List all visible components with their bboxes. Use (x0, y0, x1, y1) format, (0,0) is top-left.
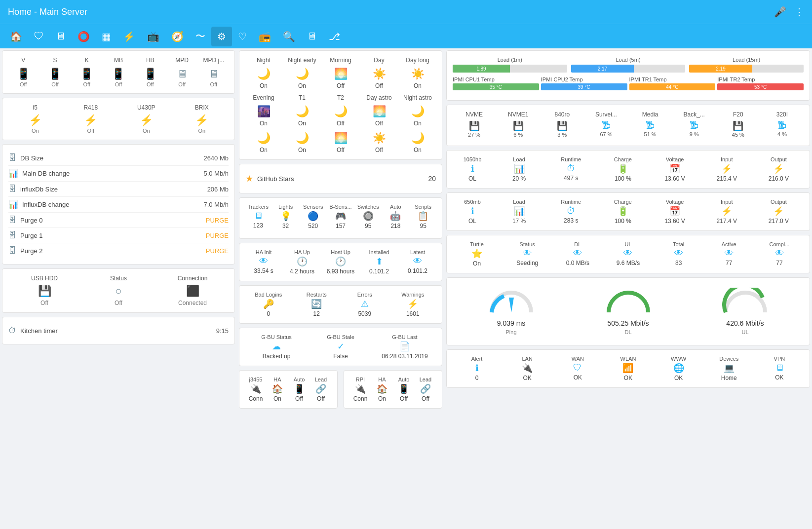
dev-mpd[interactable]: 🖥Off (167, 68, 196, 87)
gbu-card: G-BU Status ☁ Backed up G-BU Stale ✓ Fal… (239, 328, 442, 366)
ups1-output-col: Output ⚡ 216.0 V (754, 156, 804, 182)
ups2-charge-col: Charge 🔋 100 % (598, 199, 648, 225)
nav-home[interactable]: 🏠 (4, 27, 28, 46)
sched-day-astro: Day astro (361, 94, 397, 103)
sched-evening-state: On (260, 120, 268, 127)
bad-logins-val: 0 (267, 310, 270, 317)
sched-day-icon-row[interactable]: ☀️Off (361, 68, 397, 89)
j3455-name: j3455 (249, 377, 263, 382)
ha-up-col: HA Up 🕐 4.2 hours (284, 249, 320, 275)
nav-desktop[interactable]: 🖥 (301, 27, 323, 46)
sched-day-astro-icon: 🌅 (373, 105, 386, 118)
ups2-charge-val: 100 % (615, 218, 631, 225)
srv-u430p[interactable]: U430P ⚡ On (119, 104, 173, 134)
usb-hdd-label: Off (8, 300, 80, 306)
gbu-stale-col: G-BU Stale ✓ False (309, 334, 372, 360)
nav-display[interactable]: 🖥 (50, 27, 72, 46)
rpi-name: RPI (356, 377, 365, 382)
ups1-load-pct: 20 % (512, 175, 526, 182)
srv-brix[interactable]: BRIX ⚡ On (175, 104, 229, 134)
gbu-status-label: G-BU Status (261, 334, 292, 340)
j3455-auto-col: Auto 📱 Off (289, 377, 309, 402)
dev-header-s: S (40, 57, 70, 64)
restarts-icon: 🔄 (311, 299, 322, 309)
sched-morning-icon-row[interactable]: 🌅Off (322, 68, 359, 89)
dev-hb[interactable]: 📱Off (135, 68, 165, 87)
sched-night-icon-row[interactable]: 🌙On (245, 68, 282, 89)
nav-bolt[interactable]: ⚡ (117, 27, 141, 46)
load-15m-track: 2.19 (689, 65, 804, 73)
sched-morning[interactable]: Morning (322, 57, 359, 66)
srv-i5[interactable]: i5 ⚡ On (8, 104, 62, 134)
nvme-pct: 27 % (468, 132, 480, 138)
nav-radio[interactable]: 📻 (253, 27, 277, 46)
nav-gear[interactable]: ⚙ (211, 27, 232, 46)
purge0-button[interactable]: PURGE (206, 217, 229, 224)
sched-night-early-icon-row[interactable]: 🌙On (284, 68, 320, 89)
sched-day[interactable]: Day (361, 57, 397, 66)
rpi-ha-icon: 🏠 (377, 383, 387, 394)
survei-label: Survei... (595, 111, 617, 118)
nav-search[interactable]: 🔍 (277, 27, 301, 46)
sched-evening-icon-row[interactable]: 🌆On (245, 105, 282, 127)
ha-switches-col: Switches 🔘 95 (355, 204, 381, 229)
nav-nav[interactable]: 🧭 (165, 27, 190, 46)
ups2-runtime-label: Runtime (561, 199, 581, 205)
sched-night-astro-icon-row[interactable]: 🌙On (399, 105, 436, 127)
sched-r3c2[interactable]: 🌙On (284, 132, 320, 153)
mic-icon[interactable]: 🎤 (774, 6, 786, 18)
nav-monitor[interactable]: 📺 (141, 27, 165, 46)
load-5m: Load (5m) 2.17 (571, 57, 686, 73)
dev-s[interactable]: 📱Off (40, 68, 70, 87)
ups2-charge-label: Charge (614, 199, 632, 205)
sched-r3c5-icon: 🌙 (411, 132, 425, 145)
nav-waves[interactable]: 〜 (190, 26, 211, 47)
purge2-button[interactable]: PURGE (206, 247, 229, 255)
net-vpn-label: VPN (774, 356, 785, 362)
ups1-load-icon: 📊 (514, 163, 525, 174)
nav-heart[interactable]: ♡ (232, 27, 253, 46)
sched-day-astro-icon-row[interactable]: 🌅Off (361, 105, 397, 127)
nav-shield[interactable]: 🛡 (28, 27, 50, 46)
ha-lights-col: Lights 💡 32 (273, 204, 299, 229)
sched-night[interactable]: Night (245, 57, 282, 66)
dev-mpdj[interactable]: 🖥Off (199, 68, 229, 87)
rpi-lead-label: Lead (420, 377, 431, 382)
usb-card: USB HDD 💾 Off Status ○ Off Connection ⬛ … (2, 268, 235, 313)
dev-v[interactable]: 📱Off (8, 68, 38, 87)
sched-day-long-icon-row[interactable]: ☀️On (399, 68, 436, 89)
nav-grid[interactable]: ▦ (96, 27, 117, 46)
net-devices-icon: 💻 (724, 363, 735, 374)
usb-conn-label: Connected (156, 300, 229, 306)
ha-lights-val: 32 (282, 223, 289, 229)
sched-t2-icon-row[interactable]: 🌙Off (322, 105, 359, 127)
srv-brix-name: BRIX (195, 104, 209, 111)
purge1-icon: 🗄 (8, 231, 16, 240)
usb-grid: USB HDD 💾 Off Status ○ Off Connection ⬛ … (8, 275, 229, 306)
purge1-button[interactable]: PURGE (206, 232, 229, 239)
turtle-dl-col: DL 👁 0.0 MB/s (553, 241, 602, 267)
sched-day-long[interactable]: Day long (399, 57, 436, 66)
warnings-label: Warnings (401, 292, 424, 298)
sched-t1-icon-row[interactable]: 🌙On (284, 105, 320, 127)
srv-r418[interactable]: R418 ⚡ Off (64, 104, 118, 134)
sched-r3c3[interactable]: 🌅Off (322, 132, 359, 153)
bad-logins-label: Bad Logins (255, 292, 282, 298)
dev-k[interactable]: 📱Off (72, 68, 102, 87)
net-lan-label: LAN (522, 356, 533, 362)
load-15m: Load (15m) 2.19 (689, 57, 804, 73)
main-db-change-label: Main DB change (22, 170, 70, 177)
nav-circle[interactable]: ⭕ (72, 27, 96, 46)
log-card: Bad Logins 🔑 0 Restarts 🔄 12 Errors ⚠ 50… (239, 285, 442, 324)
ha-info-grid: HA Init 👁 33.54 s HA Up 🕐 4.2 hours Host… (245, 249, 436, 275)
sched-r3c5[interactable]: 🌙On (399, 132, 436, 153)
dev-mb-icon: 📱 (112, 68, 125, 80)
nav-hub[interactable]: ⎇ (323, 27, 346, 46)
menu-icon[interactable]: ⋮ (794, 6, 804, 18)
log-grid: Bad Logins 🔑 0 Restarts 🔄 12 Errors ⚠ 50… (245, 292, 436, 317)
influxdb-size-value: 206 Mb (207, 186, 229, 193)
sched-r3c1[interactable]: 🌙On (245, 132, 282, 153)
sched-r3c4[interactable]: ☀️Off (361, 132, 397, 153)
dev-mb[interactable]: 📱Off (104, 68, 133, 87)
sched-night-early[interactable]: Night early (284, 57, 320, 66)
